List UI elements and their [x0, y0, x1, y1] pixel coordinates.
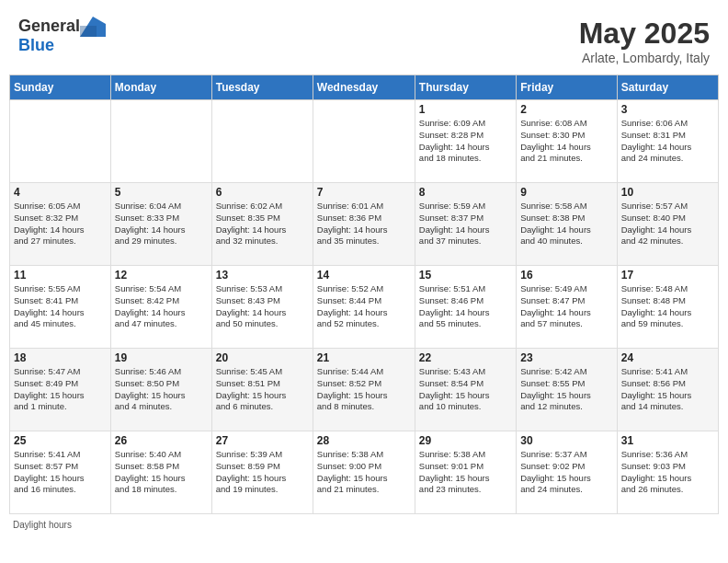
calendar-cell: 10Sunrise: 5:57 AMSunset: 8:40 PMDayligh…: [617, 183, 718, 266]
day-number: 11: [14, 269, 107, 282]
day-number: 8: [419, 186, 512, 199]
calendar-cell: 27Sunrise: 5:39 AMSunset: 8:59 PMDayligh…: [211, 431, 313, 514]
logo-icon: [80, 17, 106, 37]
day-info: Sunrise: 5:53 AMSunset: 8:43 PMDaylight:…: [216, 283, 309, 330]
day-info: Sunrise: 5:38 AMSunset: 9:01 PMDaylight:…: [419, 449, 512, 496]
day-info: Sunrise: 6:09 AMSunset: 8:28 PMDaylight:…: [419, 118, 512, 165]
day-number: 14: [317, 269, 411, 282]
logo-blue: Blue: [18, 37, 54, 55]
day-info: Sunrise: 5:37 AMSunset: 9:02 PMDaylight:…: [520, 449, 612, 496]
weekday-header-cell: Sunday: [10, 75, 111, 100]
day-info: Sunrise: 5:46 AMSunset: 8:50 PMDaylight:…: [115, 366, 208, 413]
page-header: General Blue May 2025 Arlate, Lombardy, …: [9, 9, 719, 71]
day-number: 25: [14, 434, 107, 447]
day-info: Sunrise: 5:41 AMSunset: 8:56 PMDaylight:…: [621, 366, 714, 413]
day-number: 16: [520, 269, 612, 282]
day-info: Sunrise: 5:52 AMSunset: 8:44 PMDaylight:…: [317, 283, 411, 330]
day-number: 12: [115, 269, 208, 282]
weekday-header-row: SundayMondayTuesdayWednesdayThursdayFrid…: [10, 75, 719, 100]
weekday-header-cell: Tuesday: [211, 75, 313, 100]
calendar-cell: 25Sunrise: 5:41 AMSunset: 8:57 PMDayligh…: [10, 431, 111, 514]
calendar-cell: 11Sunrise: 5:55 AMSunset: 8:41 PMDayligh…: [10, 266, 111, 349]
weekday-header-cell: Saturday: [617, 75, 718, 100]
calendar-cell: [10, 100, 111, 183]
calendar-cell: 6Sunrise: 6:02 AMSunset: 8:35 PMDaylight…: [211, 183, 313, 266]
day-number: 26: [115, 434, 208, 447]
calendar-cell: 13Sunrise: 5:53 AMSunset: 8:43 PMDayligh…: [211, 266, 313, 349]
svg-marker-1: [80, 26, 97, 37]
day-info: Sunrise: 5:44 AMSunset: 8:52 PMDaylight:…: [317, 366, 411, 413]
day-number: 10: [621, 186, 714, 199]
day-number: 5: [115, 186, 208, 199]
calendar-week-row: 18Sunrise: 5:47 AMSunset: 8:49 PMDayligh…: [10, 349, 719, 431]
calendar-cell: 14Sunrise: 5:52 AMSunset: 8:44 PMDayligh…: [313, 266, 415, 349]
calendar-table: SundayMondayTuesdayWednesdayThursdayFrid…: [9, 75, 719, 514]
day-number: 2: [520, 103, 612, 116]
calendar-cell: 24Sunrise: 5:41 AMSunset: 8:56 PMDayligh…: [617, 349, 718, 431]
footer: Daylight hours: [9, 520, 719, 530]
day-info: Sunrise: 5:59 AMSunset: 8:37 PMDaylight:…: [419, 201, 512, 247]
day-number: 3: [621, 103, 714, 116]
day-info: Sunrise: 5:54 AMSunset: 8:42 PMDaylight:…: [115, 283, 208, 330]
daylight-label: Daylight hours: [13, 520, 72, 530]
calendar-cell: 30Sunrise: 5:37 AMSunset: 9:02 PMDayligh…: [517, 431, 617, 514]
day-info: Sunrise: 6:08 AMSunset: 8:30 PMDaylight:…: [520, 118, 612, 165]
day-info: Sunrise: 6:04 AMSunset: 8:33 PMDaylight:…: [115, 201, 208, 247]
calendar-location: Arlate, Lombardy, Italy: [579, 51, 710, 65]
calendar-cell: 9Sunrise: 5:58 AMSunset: 8:38 PMDaylight…: [517, 183, 617, 266]
day-info: Sunrise: 5:51 AMSunset: 8:46 PMDaylight:…: [419, 283, 512, 330]
calendar-body: 1Sunrise: 6:09 AMSunset: 8:28 PMDaylight…: [10, 100, 719, 514]
calendar-cell: 23Sunrise: 5:42 AMSunset: 8:55 PMDayligh…: [517, 349, 617, 431]
calendar-cell: 8Sunrise: 5:59 AMSunset: 8:37 PMDaylight…: [415, 183, 516, 266]
logo: General Blue: [18, 17, 106, 55]
calendar-cell: [211, 100, 313, 183]
day-number: 7: [317, 186, 411, 199]
day-info: Sunrise: 5:58 AMSunset: 8:38 PMDaylight:…: [520, 201, 612, 247]
calendar-week-row: 25Sunrise: 5:41 AMSunset: 8:57 PMDayligh…: [10, 431, 719, 514]
day-info: Sunrise: 5:40 AMSunset: 8:58 PMDaylight:…: [115, 449, 208, 496]
title-block: May 2025 Arlate, Lombardy, Italy: [579, 17, 710, 65]
day-info: Sunrise: 5:45 AMSunset: 8:51 PMDaylight:…: [216, 366, 309, 413]
calendar-cell: 7Sunrise: 6:01 AMSunset: 8:36 PMDaylight…: [313, 183, 415, 266]
day-info: Sunrise: 5:43 AMSunset: 8:54 PMDaylight:…: [419, 366, 512, 413]
calendar-cell: 18Sunrise: 5:47 AMSunset: 8:49 PMDayligh…: [10, 349, 111, 431]
day-info: Sunrise: 5:48 AMSunset: 8:48 PMDaylight:…: [621, 283, 714, 330]
calendar-cell: 15Sunrise: 5:51 AMSunset: 8:46 PMDayligh…: [415, 266, 516, 349]
day-info: Sunrise: 5:41 AMSunset: 8:57 PMDaylight:…: [14, 449, 107, 496]
day-number: 29: [419, 434, 512, 447]
calendar-cell: 28Sunrise: 5:38 AMSunset: 9:00 PMDayligh…: [313, 431, 415, 514]
weekday-header-cell: Friday: [517, 75, 617, 100]
day-number: 4: [14, 186, 107, 199]
calendar-cell: 21Sunrise: 5:44 AMSunset: 8:52 PMDayligh…: [313, 349, 415, 431]
calendar-cell: 29Sunrise: 5:38 AMSunset: 9:01 PMDayligh…: [415, 431, 516, 514]
day-number: 9: [520, 186, 612, 199]
calendar-title: May 2025: [579, 17, 710, 51]
calendar-cell: 16Sunrise: 5:49 AMSunset: 8:47 PMDayligh…: [517, 266, 617, 349]
day-info: Sunrise: 5:47 AMSunset: 8:49 PMDaylight:…: [14, 366, 107, 413]
calendar-cell: 3Sunrise: 6:06 AMSunset: 8:31 PMDaylight…: [617, 100, 718, 183]
day-number: 27: [216, 434, 309, 447]
day-number: 20: [216, 351, 309, 364]
weekday-header-cell: Monday: [110, 75, 211, 100]
day-info: Sunrise: 6:05 AMSunset: 8:32 PMDaylight:…: [14, 201, 107, 247]
weekday-header-cell: Thursday: [415, 75, 516, 100]
day-number: 15: [419, 269, 512, 282]
day-number: 30: [520, 434, 612, 447]
day-number: 17: [621, 269, 714, 282]
day-info: Sunrise: 6:01 AMSunset: 8:36 PMDaylight:…: [317, 201, 411, 247]
calendar-cell: 20Sunrise: 5:45 AMSunset: 8:51 PMDayligh…: [211, 349, 313, 431]
logo-general: General: [18, 17, 80, 36]
day-number: 24: [621, 351, 714, 364]
day-number: 28: [317, 434, 411, 447]
calendar-cell: 17Sunrise: 5:48 AMSunset: 8:48 PMDayligh…: [617, 266, 718, 349]
calendar-cell: [110, 100, 211, 183]
weekday-header-cell: Wednesday: [313, 75, 415, 100]
calendar-cell: 22Sunrise: 5:43 AMSunset: 8:54 PMDayligh…: [415, 349, 516, 431]
day-number: 21: [317, 351, 411, 364]
day-info: Sunrise: 5:38 AMSunset: 9:00 PMDaylight:…: [317, 449, 411, 496]
day-number: 19: [115, 351, 208, 364]
calendar-cell: 5Sunrise: 6:04 AMSunset: 8:33 PMDaylight…: [110, 183, 211, 266]
calendar-cell: 19Sunrise: 5:46 AMSunset: 8:50 PMDayligh…: [110, 349, 211, 431]
day-info: Sunrise: 5:36 AMSunset: 9:03 PMDaylight:…: [621, 449, 714, 496]
day-number: 22: [419, 351, 512, 364]
